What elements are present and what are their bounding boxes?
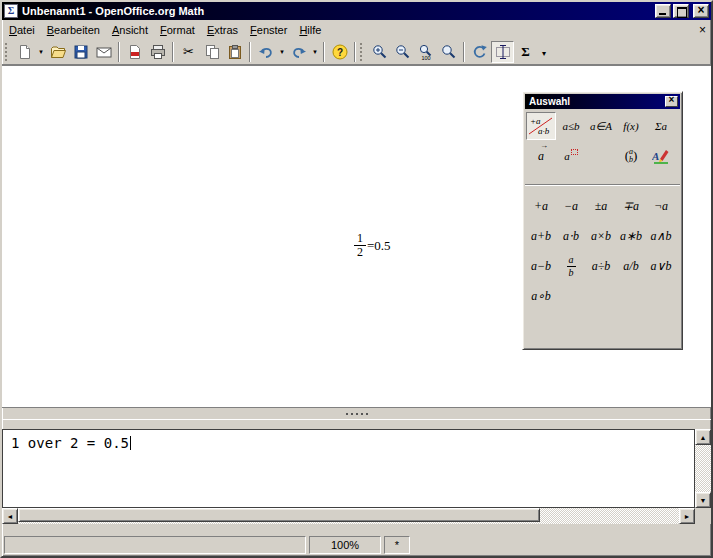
boolean-and-button[interactable]: a∧b [646, 221, 676, 251]
fraction-denominator: 2 [357, 246, 363, 259]
paste-button[interactable] [223, 41, 246, 63]
close-document-icon[interactable]: × [694, 20, 711, 39]
toolbar-options-button[interactable]: ▾ [537, 41, 551, 63]
new-document-icon [17, 44, 33, 60]
minus-plus-button[interactable]: ∓a [616, 191, 646, 221]
functions-category[interactable]: f(x) [616, 112, 646, 140]
email-icon [96, 44, 112, 60]
tools-toolbar-grip[interactable] [360, 43, 365, 61]
undo-button[interactable] [254, 41, 277, 63]
selection-elements-grid: +a−a±a∓a¬aa+ba⋅ba×ba∗ba∧ba−baba÷ba/ba∨ba… [523, 191, 680, 311]
scroll-up-icon[interactable]: ▲ [695, 429, 711, 445]
undo-icon [258, 44, 274, 60]
horizontal-scrollbar[interactable]: ◄ ► [2, 508, 695, 524]
copy-icon [204, 44, 220, 60]
menu-item-format[interactable]: Format [154, 20, 201, 39]
math-document-icon [4, 4, 18, 18]
menu-item-bearbeiten[interactable]: Bearbeiten [41, 20, 106, 39]
redo-dropdown[interactable]: ▾ [310, 41, 320, 63]
toolbar-separator [172, 42, 174, 62]
division-fraction-button[interactable]: ab [556, 251, 586, 281]
relations-category[interactable]: a≤b [556, 112, 586, 140]
zoom-in-button[interactable] [368, 41, 391, 63]
unary-minus-button[interactable]: −a [556, 191, 586, 221]
command-window-splitter[interactable] [2, 408, 711, 420]
subtraction-button[interactable]: a−b [526, 251, 556, 281]
zoom-100-icon: 100 [418, 44, 434, 60]
symbols-catalog-button[interactable]: Σ [514, 41, 537, 63]
update-view-button[interactable] [468, 41, 491, 63]
scrollbar-corner [695, 508, 711, 524]
standard-toolbar-grip[interactable] [5, 43, 10, 61]
multiplication-star-button[interactable]: a∗b [616, 221, 646, 251]
boolean-not-button[interactable]: ¬a [646, 191, 676, 221]
redo-button[interactable] [287, 41, 310, 63]
document-canvas[interactable]: 1 2 =0.5 Auswahl +aa·ba≤ba∈Af(x)Σa →aa(a… [2, 65, 711, 408]
menu-item-fenster[interactable]: Fenster [244, 20, 293, 39]
maximize-icon[interactable] [673, 4, 689, 18]
help-button[interactable]: ? [328, 41, 351, 63]
export-pdf-button[interactable] [123, 41, 146, 63]
palette-separator [525, 184, 680, 186]
vertical-scroll-track[interactable] [695, 445, 711, 492]
menu-item-ansicht[interactable]: Ansicht [106, 20, 154, 39]
undo-dropdown[interactable]: ▾ [277, 41, 287, 63]
zoom-100-button[interactable]: 100 [414, 41, 437, 63]
zoom-page-icon [441, 44, 457, 60]
selection-window-title: Auswahl [529, 96, 570, 107]
open-button[interactable] [46, 41, 69, 63]
help-icon: ? [332, 44, 348, 60]
operators-category[interactable]: Σa [646, 112, 676, 140]
horizontal-scroll-track[interactable] [18, 508, 679, 524]
open-icon [50, 44, 66, 60]
app-window: Unbenannt1 - OpenOffice.org Math DateiBe… [0, 0, 713, 558]
multiplication-dot-button[interactable]: a⋅b [556, 221, 586, 251]
misc-category[interactable]: A [646, 142, 676, 170]
formats-category[interactable]: a [556, 142, 586, 170]
text-caret [130, 436, 131, 450]
print-icon [150, 44, 166, 60]
copy-button[interactable] [200, 41, 223, 63]
new-document-button[interactable] [13, 41, 36, 63]
menu-item-datei[interactable]: Datei [3, 20, 41, 39]
scroll-down-icon[interactable]: ▼ [695, 492, 711, 508]
set-operations-category[interactable]: a∈A [586, 112, 616, 140]
brackets-category[interactable]: (ab) [616, 142, 646, 170]
svg-text:A: A [652, 150, 659, 162]
scroll-left-icon[interactable]: ◄ [2, 508, 18, 524]
zoom-out-button[interactable] [391, 41, 414, 63]
close-icon[interactable] [693, 4, 709, 18]
save-button[interactable] [69, 41, 92, 63]
menu-item-hilfe[interactable]: Hilfe [293, 20, 327, 39]
save-icon [73, 44, 89, 60]
new-document-dropdown[interactable]: ▾ [36, 41, 46, 63]
print-button[interactable] [146, 41, 169, 63]
menu-item-extras[interactable]: Extras [201, 20, 244, 39]
plus-minus-button[interactable]: ±a [586, 191, 616, 221]
unary-plus-button[interactable]: +a [526, 191, 556, 221]
minimize-icon[interactable] [655, 4, 671, 18]
vertical-scrollbar[interactable]: ▲ ▼ [695, 429, 711, 508]
command-window: 1 over 2 = 0.5 ▲ ▼ [2, 429, 711, 508]
concatenation-button[interactable]: a∘b [526, 281, 556, 311]
multiplication-cross-button[interactable]: a×b [586, 221, 616, 251]
svg-text:+a: +a [530, 116, 541, 126]
selection-close-icon[interactable] [665, 96, 678, 107]
zoom-level-field[interactable]: 100% [309, 536, 381, 554]
division-slash-button[interactable]: a/b [616, 251, 646, 281]
horizontal-scroll-thumb[interactable] [18, 508, 540, 522]
addition-button[interactable]: a+b [526, 221, 556, 251]
selection-window-titlebar[interactable]: Auswahl [525, 94, 680, 109]
command-input[interactable]: 1 over 2 = 0.5 [2, 429, 695, 508]
attributes-category[interactable]: →a [526, 142, 556, 170]
selection-categories-row2: →aa(ab)A [523, 141, 682, 171]
formula-cursor-button[interactable] [491, 41, 514, 63]
division-sign-button[interactable]: a÷b [586, 251, 616, 281]
email-button[interactable] [92, 41, 115, 63]
unary-binary-operators-category[interactable]: +aa·b [526, 112, 556, 140]
boolean-or-button[interactable]: a∨b [646, 251, 676, 281]
title-bar[interactable]: Unbenannt1 - OpenOffice.org Math [2, 2, 711, 20]
scroll-right-icon[interactable]: ► [679, 508, 695, 524]
cut-button[interactable]: ✂ [177, 41, 200, 63]
zoom-page-button[interactable] [437, 41, 460, 63]
